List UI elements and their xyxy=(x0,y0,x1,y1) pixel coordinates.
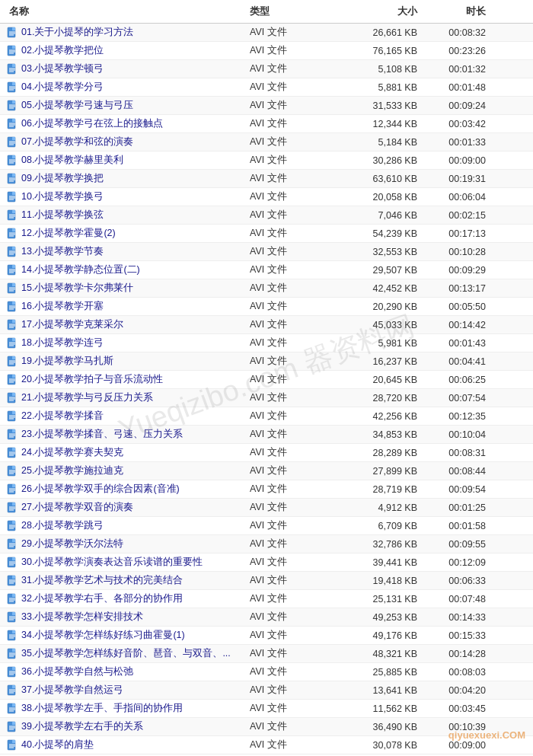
table-row[interactable]: 13.小提琴教学节奏 AVI 文件 32,553 KB 00:10:28 xyxy=(0,243,533,261)
row-duration: 00:09:54 xyxy=(425,484,486,495)
table-row[interactable]: 05.小提琴教学弓速与弓压 AVI 文件 31,533 KB 00:09:24 xyxy=(0,97,533,115)
row-type: AVI 文件 xyxy=(250,391,341,404)
row-size: 7,046 KB xyxy=(341,210,425,221)
table-row[interactable]: 20.小提琴教学拍子与音乐流动性 AVI 文件 20,645 KB 00:06:… xyxy=(0,371,533,389)
row-type: AVI 文件 xyxy=(250,136,341,148)
row-type: AVI 文件 xyxy=(250,154,341,167)
row-duration: 00:13:17 xyxy=(425,283,486,294)
row-duration: 00:14:33 xyxy=(425,612,486,623)
table-row[interactable]: 24.小提琴教学赛夫契克 AVI 文件 28,289 KB 00:08:31 xyxy=(0,444,533,462)
svg-rect-186 xyxy=(12,703,15,707)
table-row[interactable]: 39.小提琴教学左右手的关系 AVI 文件 36,490 KB 00:10:39 xyxy=(0,718,533,736)
table-row[interactable]: 22.小提琴教学揉音 AVI 文件 42,256 KB 00:12:35 xyxy=(0,407,533,426)
table-row[interactable]: 19.小提琴教学马扎斯 AVI 文件 16,237 KB 00:04:41 xyxy=(0,352,533,371)
row-name: 17.小提琴教学克莱采尔 xyxy=(6,318,250,331)
table-row[interactable]: 14.小提琴教学静态位置(二) AVI 文件 29,507 KB 00:09:2… xyxy=(0,261,533,279)
table-row[interactable]: 04.小提琴教学分弓 AVI 文件 5,881 KB 00:01:48 xyxy=(0,78,533,97)
row-size: 5,981 KB xyxy=(341,338,425,349)
table-body: 01.关于小提琴的学习方法 AVI 文件 26,661 KB 00:08:32 … xyxy=(0,24,533,754)
file-icon xyxy=(6,666,18,678)
row-duration: 00:01:48 xyxy=(425,82,486,93)
table-row[interactable]: 11.小提琴教学换弦 AVI 文件 7,046 KB 00:02:15 xyxy=(0,206,533,225)
row-name: 22.小提琴教学揉音 xyxy=(6,410,250,423)
svg-rect-46 xyxy=(12,192,15,195)
row-type: AVI 文件 xyxy=(250,738,341,751)
table-row[interactable]: 02.小提琴教学把位 AVI 文件 76,165 KB 00:23:26 xyxy=(0,42,533,60)
table-row[interactable]: 26.小提琴教学双手的综合因素(音准) AVI 文件 28,719 KB 00:… xyxy=(0,480,533,499)
table-row[interactable]: 01.关于小提琴的学习方法 AVI 文件 26,661 KB 00:08:32 xyxy=(0,24,533,42)
svg-rect-126 xyxy=(12,484,15,487)
table-row[interactable]: 31.小提琴教学艺术与技术的完美结合 AVI 文件 19,418 KB 00:0… xyxy=(0,572,533,590)
header-duration: 时长 xyxy=(425,5,486,18)
row-type: AVI 文件 xyxy=(250,501,341,514)
table-row[interactable]: 40.小提琴的肩垫 AVI 文件 30,078 KB 00:09:00 xyxy=(0,736,533,754)
row-duration: 00:01:33 xyxy=(425,137,486,148)
file-icon xyxy=(6,557,18,569)
row-name: 21.小提琴教学与弓反压力关系 xyxy=(6,391,250,404)
row-size: 16,237 KB xyxy=(341,356,425,367)
row-name: 27.小提琴教学双音的演奏 xyxy=(6,501,250,514)
row-size: 42,452 KB xyxy=(341,283,425,294)
file-icon xyxy=(6,575,18,587)
table-row[interactable]: 35.小提琴教学怎样练好音阶、琶音、与双音、... AVI 文件 48,321 … xyxy=(0,645,533,663)
file-icon xyxy=(6,392,18,404)
row-type: AVI 文件 xyxy=(250,464,341,477)
row-duration: 00:06:04 xyxy=(425,192,486,203)
row-size: 25,885 KB xyxy=(341,667,425,678)
svg-rect-151 xyxy=(12,576,15,579)
table-row[interactable]: 18.小提琴教学连弓 AVI 文件 5,981 KB 00:01:43 xyxy=(0,334,533,352)
file-icon xyxy=(6,374,18,386)
table-row[interactable]: 38.小提琴教学左手、手指间的协作用 AVI 文件 11,562 KB 00:0… xyxy=(0,700,533,718)
row-name: 33.小提琴教学怎样安排技术 xyxy=(6,611,250,624)
svg-rect-91 xyxy=(12,356,15,359)
file-icon xyxy=(6,81,18,94)
row-size: 5,108 KB xyxy=(341,64,425,75)
row-name: 25.小提琴教学施拉迪克 xyxy=(6,464,250,477)
table-row[interactable]: 15.小提琴教学卡尔弗莱什 AVI 文件 42,452 KB 00:13:17 xyxy=(0,279,533,298)
row-type: AVI 文件 xyxy=(250,684,341,697)
table-row[interactable]: 23.小提琴教学揉音、弓速、压力关系 AVI 文件 34,853 KB 00:1… xyxy=(0,426,533,444)
table-row[interactable]: 37.小提琴教学自然运弓 AVI 文件 13,641 KB 00:04:20 xyxy=(0,681,533,700)
table-row[interactable]: 10.小提琴教学换弓 AVI 文件 20,058 KB 00:06:04 xyxy=(0,188,533,206)
row-size: 30,286 KB xyxy=(341,155,425,166)
table-row[interactable]: 12.小提琴教学霍曼(2) AVI 文件 54,239 KB 00:17:13 xyxy=(0,225,533,243)
table-row[interactable]: 21.小提琴教学与弓反压力关系 AVI 文件 28,720 KB 00:07:5… xyxy=(0,389,533,407)
row-size: 49,253 KB xyxy=(341,612,425,623)
file-icon xyxy=(6,63,18,75)
row-size: 30,078 KB xyxy=(341,740,425,751)
row-size: 6,709 KB xyxy=(341,521,425,531)
file-icon xyxy=(6,520,18,532)
row-name: 09.小提琴教学换把 xyxy=(6,172,250,185)
svg-rect-11 xyxy=(12,64,15,67)
svg-rect-51 xyxy=(12,210,15,213)
table-row[interactable]: 17.小提琴教学克莱采尔 AVI 文件 45,033 KB 00:14:42 xyxy=(0,316,533,334)
table-row[interactable]: 28.小提琴教学跳弓 AVI 文件 6,709 KB 00:01:58 xyxy=(0,517,533,535)
table-row[interactable]: 29.小提琴教学沃尔法特 AVI 文件 32,786 KB 00:09:55 xyxy=(0,535,533,553)
row-type: AVI 文件 xyxy=(250,282,341,295)
table-row[interactable]: 25.小提琴教学施拉迪克 AVI 文件 27,899 KB 00:08:44 xyxy=(0,462,533,480)
table-row[interactable]: 08.小提琴教学赫里美利 AVI 文件 30,286 KB 00:09:00 xyxy=(0,152,533,170)
row-type: AVI 文件 xyxy=(250,263,341,276)
table-row[interactable]: 33.小提琴教学怎样安排技术 AVI 文件 49,253 KB 00:14:33 xyxy=(0,608,533,627)
row-duration: 00:19:31 xyxy=(425,174,486,184)
table-row[interactable]: 34.小提琴教学怎样练好练习曲霍曼(1) AVI 文件 49,176 KB 00… xyxy=(0,627,533,645)
file-icon xyxy=(6,136,18,148)
table-row[interactable]: 30.小提琴教学演奏表达音乐读谱的重要性 AVI 文件 39,441 KB 00… xyxy=(0,553,533,572)
svg-rect-196 xyxy=(12,740,15,743)
file-icon xyxy=(6,45,18,57)
table-row[interactable]: 27.小提琴教学双音的演奏 AVI 文件 4,912 KB 00:01:25 xyxy=(0,499,533,517)
table-row[interactable]: 36.小提琴教学自然与松弛 AVI 文件 25,885 KB 00:08:03 xyxy=(0,663,533,681)
row-duration: 00:08:32 xyxy=(425,27,486,38)
file-icon xyxy=(6,611,18,624)
table-row[interactable]: 32.小提琴教学右手、各部分的协作用 AVI 文件 25,131 KB 00:0… xyxy=(0,590,533,608)
row-name: 37.小提琴教学自然运弓 xyxy=(6,684,250,697)
row-duration: 00:09:24 xyxy=(425,100,486,111)
table-row[interactable]: 03.小提琴教学顿弓 AVI 文件 5,108 KB 00:01:32 xyxy=(0,60,533,78)
table-row[interactable]: 09.小提琴教学换把 AVI 文件 63,610 KB 00:19:31 xyxy=(0,170,533,188)
table-row[interactable]: 06.小提琴教学弓在弦上的接触点 AVI 文件 12,344 KB 00:03:… xyxy=(0,115,533,133)
row-name: 38.小提琴教学左手、手指间的协作用 xyxy=(6,702,250,715)
row-type: AVI 文件 xyxy=(250,483,341,496)
row-size: 28,719 KB xyxy=(341,484,425,495)
table-row[interactable]: 16.小提琴教学开塞 AVI 文件 20,290 KB 00:05:50 xyxy=(0,298,533,316)
table-row[interactable]: 07.小提琴教学和弦的演奏 AVI 文件 5,184 KB 00:01:33 xyxy=(0,133,533,152)
